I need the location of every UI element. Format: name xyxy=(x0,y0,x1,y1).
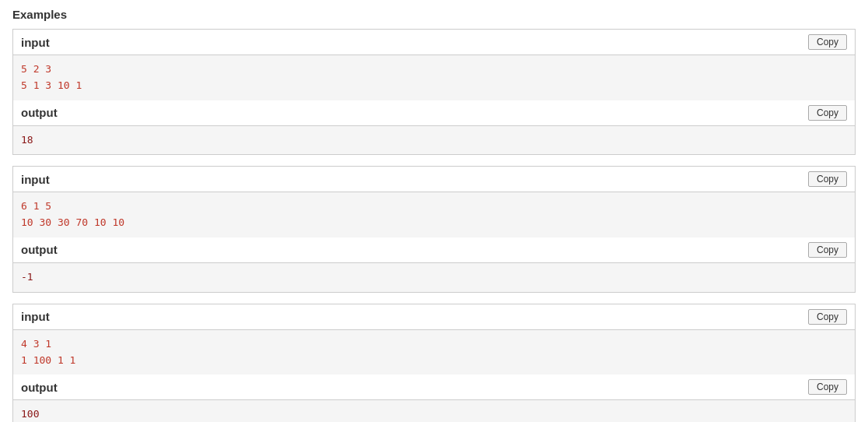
input-body-1: 5 2 3 5 1 3 10 1 xyxy=(13,55,855,100)
example-block-1: inputCopy5 2 3 5 1 3 10 1outputCopy18 xyxy=(12,29,856,155)
output-copy-button-2[interactable]: Copy xyxy=(808,242,847,258)
input-header-1: inputCopy xyxy=(13,30,855,55)
output-label-2: output xyxy=(21,243,58,256)
output-copy-button-3[interactable]: Copy xyxy=(808,379,847,395)
output-body-2: -1 xyxy=(13,263,855,292)
output-label-1: output xyxy=(21,106,58,119)
output-body-1: 18 xyxy=(13,126,855,155)
output-header-3: outputCopy xyxy=(13,375,855,400)
output-body-3: 100 xyxy=(13,400,855,422)
input-copy-button-3[interactable]: Copy xyxy=(808,309,847,325)
input-body-2: 6 1 5 10 30 30 70 10 10 xyxy=(13,192,855,237)
example-block-2: inputCopy6 1 5 10 30 30 70 10 10outputCo… xyxy=(12,166,856,292)
output-header-2: outputCopy xyxy=(13,237,855,263)
output-label-3: output xyxy=(21,381,58,394)
output-copy-button-1[interactable]: Copy xyxy=(808,105,847,121)
page-title: Examples xyxy=(12,8,856,21)
input-header-2: inputCopy xyxy=(13,167,855,192)
input-copy-button-2[interactable]: Copy xyxy=(808,171,847,187)
input-copy-button-1[interactable]: Copy xyxy=(808,34,847,50)
input-label-3: input xyxy=(21,310,50,323)
example-block-3: inputCopy4 3 1 1 100 1 1outputCopy100 xyxy=(12,304,856,422)
output-header-1: outputCopy xyxy=(13,100,855,126)
input-header-3: inputCopy xyxy=(13,304,855,330)
input-label-2: input xyxy=(21,173,50,186)
input-body-3: 4 3 1 1 100 1 1 xyxy=(13,330,855,375)
input-label-1: input xyxy=(21,36,50,49)
